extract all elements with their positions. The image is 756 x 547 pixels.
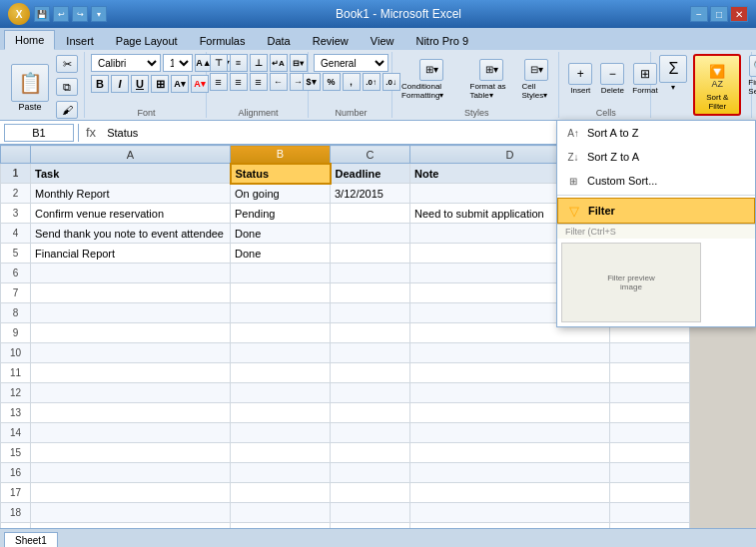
- cell-A2[interactable]: Monthly Report: [31, 184, 231, 204]
- ribbon-tab-nitro-pro-9[interactable]: Nitro Pro 9: [404, 30, 479, 50]
- cell-B16[interactable]: [231, 463, 331, 483]
- row-header-11[interactable]: 11: [1, 363, 31, 383]
- cell-A13[interactable]: [31, 403, 231, 423]
- ribbon-tab-data[interactable]: Data: [256, 30, 301, 50]
- format-painter-button[interactable]: 🖌: [54, 100, 80, 121]
- cell-C15[interactable]: [331, 443, 410, 463]
- cell-D12[interactable]: [410, 383, 610, 403]
- cell-D15[interactable]: [410, 443, 610, 463]
- cell-A4[interactable]: Send thank you note to event attendee: [31, 224, 231, 244]
- sort-filter-btn[interactable]: 🔽 AZ Sort & Filter: [693, 54, 741, 116]
- cell-B8[interactable]: [231, 303, 331, 323]
- row-header-6[interactable]: 6: [1, 264, 31, 283]
- cell-A15[interactable]: [31, 443, 231, 463]
- row-header-18[interactable]: 18: [1, 503, 31, 523]
- align-bottom-btn[interactable]: ⊥: [250, 54, 268, 72]
- cell-B12[interactable]: [231, 383, 331, 403]
- cell-C16[interactable]: [331, 463, 410, 483]
- percent-btn[interactable]: %: [323, 73, 341, 91]
- cell-B11[interactable]: [231, 363, 331, 383]
- cell-B14[interactable]: [231, 423, 331, 443]
- align-top-btn[interactable]: ⊤: [210, 54, 228, 72]
- align-middle-btn[interactable]: ≡: [230, 54, 248, 72]
- cell-A14[interactable]: [31, 423, 231, 443]
- undo-quick-btn[interactable]: ↩: [53, 6, 69, 22]
- cut-button[interactable]: ✂: [54, 54, 80, 75]
- delete-btn[interactable]: − Delete: [597, 62, 627, 96]
- row-header-19[interactable]: 19: [1, 523, 31, 529]
- cell-C5[interactable]: [331, 244, 410, 264]
- cell-E17[interactable]: [610, 483, 690, 503]
- cell-E13[interactable]: [610, 403, 690, 423]
- cell-D14[interactable]: [410, 423, 610, 443]
- row-header-14[interactable]: 14: [1, 423, 31, 443]
- cell-A10[interactable]: [31, 343, 231, 363]
- ribbon-tab-page-layout[interactable]: Page Layout: [105, 30, 189, 50]
- cell-B1[interactable]: Status: [231, 164, 331, 184]
- currency-btn[interactable]: $▾: [303, 73, 321, 91]
- sort-a-z-item[interactable]: A↑ Sort A to Z: [557, 121, 755, 145]
- indent-decrease-btn[interactable]: ←: [270, 73, 288, 91]
- cell-E15[interactable]: [610, 443, 690, 463]
- col-header-c[interactable]: C: [331, 146, 410, 164]
- cell-A5[interactable]: Financial Report: [31, 244, 231, 264]
- cell-A16[interactable]: [31, 463, 231, 483]
- cell-B7[interactable]: [231, 283, 331, 303]
- cell-C12[interactable]: [331, 383, 410, 403]
- border-btn[interactable]: ⊞: [151, 75, 169, 93]
- cell-A12[interactable]: [31, 383, 231, 403]
- cell-B10[interactable]: [231, 343, 331, 363]
- copy-button[interactable]: ⧉: [54, 77, 80, 98]
- cell-A6[interactable]: [31, 264, 231, 283]
- cell-C7[interactable]: [331, 283, 410, 303]
- cell-E18[interactable]: [610, 503, 690, 523]
- cell-D19[interactable]: [410, 523, 610, 529]
- cell-C4[interactable]: [331, 224, 410, 244]
- row-header-5[interactable]: 5: [1, 244, 31, 264]
- sort-z-a-item[interactable]: Z↓ Sort Z to A: [557, 145, 755, 169]
- minimize-btn[interactable]: −: [690, 6, 708, 22]
- col-header-b[interactable]: B: [231, 146, 331, 164]
- cell-C14[interactable]: [331, 423, 410, 443]
- cell-D17[interactable]: [410, 483, 610, 503]
- find-select-btn[interactable]: 🔍 Find &Select▾: [745, 54, 756, 97]
- ribbon-tab-insert[interactable]: Insert: [55, 30, 105, 50]
- cell-B3[interactable]: Pending: [231, 204, 331, 224]
- fill-color-btn[interactable]: A▾: [171, 75, 189, 93]
- bold-btn[interactable]: B: [91, 75, 109, 93]
- redo-quick-btn[interactable]: ↪: [72, 6, 88, 22]
- cell-C3[interactable]: [331, 204, 410, 224]
- cell-A19[interactable]: [31, 523, 231, 529]
- font-name-select[interactable]: Calibri: [91, 54, 161, 72]
- save-quick-btn[interactable]: 💾: [34, 6, 50, 22]
- row-header-3[interactable]: 3: [1, 204, 31, 224]
- cell-B6[interactable]: [231, 264, 331, 283]
- maximize-btn[interactable]: □: [710, 6, 728, 22]
- cell-C17[interactable]: [331, 483, 410, 503]
- cell-D18[interactable]: [410, 503, 610, 523]
- cell-B18[interactable]: [231, 503, 331, 523]
- cell-D10[interactable]: [410, 343, 610, 363]
- sum-btn[interactable]: Σ ▾: [657, 54, 689, 93]
- cell-B15[interactable]: [231, 443, 331, 463]
- font-color-btn[interactable]: A▾: [191, 75, 209, 93]
- wrap-text-btn[interactable]: ↵A: [270, 54, 288, 72]
- number-format-select[interactable]: General: [314, 54, 388, 72]
- cell-E12[interactable]: [610, 383, 690, 403]
- cell-C19[interactable]: [331, 523, 410, 529]
- row-header-13[interactable]: 13: [1, 403, 31, 423]
- cell-C11[interactable]: [331, 363, 410, 383]
- cell-C1[interactable]: Deadline: [331, 164, 410, 184]
- align-left-btn[interactable]: ≡: [210, 73, 228, 91]
- cell-D13[interactable]: [410, 403, 610, 423]
- col-header-a[interactable]: A: [31, 146, 231, 164]
- ribbon-tab-view[interactable]: View: [360, 30, 405, 50]
- conditional-formatting-btn[interactable]: ⊞▾ Conditional Formatting▾: [398, 58, 464, 101]
- cell-D16[interactable]: [410, 463, 610, 483]
- cell-C18[interactable]: [331, 503, 410, 523]
- cell-A18[interactable]: [31, 503, 231, 523]
- cell-B5[interactable]: Done: [231, 244, 331, 264]
- italic-btn[interactable]: I: [111, 75, 129, 93]
- cell-A9[interactable]: [31, 323, 231, 343]
- insert-btn[interactable]: + Insert: [565, 62, 595, 96]
